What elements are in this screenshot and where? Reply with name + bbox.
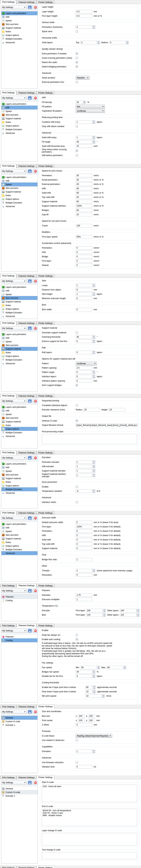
interface-layers-input[interactable] [76,375,92,378]
checkbox-only-infill-where-needed[interactable] [76,125,78,127]
spin-down-button[interactable] [92,751,95,753]
fill-angle-input[interactable] [76,140,92,144]
tab-filament-settings[interactable]: Filament Settings [17,451,36,454]
vibration-limit-input[interactable] [76,765,92,769]
tab-print-settings[interactable]: Print Settings [1,776,16,779]
tab-filament-settings[interactable]: Filament Settings [17,511,36,515]
dropdown-g-code-flavor[interactable]: RepRap (Marlin/Sprinter/Repetier) [76,734,112,738]
extruder-first-layer-input[interactable] [86,609,103,612]
spin-down-button[interactable] [92,352,95,354]
extruders-input[interactable] [76,750,92,753]
spin-down-button[interactable] [137,611,139,612]
spin-up-button[interactable] [92,670,95,672]
delete-preset-button[interactable] [33,589,38,593]
sidebar-item-advanced[interactable]: Advanced [2,314,37,318]
tab-print-settings[interactable]: Print Settings [1,0,16,4]
spin-down-button[interactable] [92,341,95,343]
tab-printer-settings[interactable]: Printer Settings [37,451,54,454]
spin-down-button[interactable] [92,337,95,339]
sidebar-item-infill[interactable]: Infill [2,466,37,469]
sidebar-item-custom-g-code[interactable]: Custom G-code [2,720,37,723]
spin-up-button[interactable] [93,690,96,691]
spin-down-button[interactable] [103,611,106,612]
sidebar-item-advanced[interactable]: Advanced [2,551,37,555]
delete-preset-button[interactable] [33,780,38,785]
sidebar-item-infill[interactable]: Infill [2,526,37,529]
sidebar-item-support-material[interactable]: Support material [2,300,37,304]
minimum-extrusion-length-input[interactable] [76,297,92,300]
tab-printer-settings[interactable]: Printer Settings [37,274,54,278]
spin-down-button[interactable] [92,372,95,374]
print-center-y-input[interactable] [88,719,95,722]
sidebar-item-output-options[interactable]: Output options [2,33,37,37]
spin-down-button[interactable] [92,491,95,493]
support-material-input[interactable] [76,200,92,203]
checkbox-verbose-g-code[interactable] [76,420,78,422]
spin-down-button[interactable] [126,43,129,44]
distance-from-object-input[interactable] [76,288,92,291]
sidebar-item-layers-and-perimeters[interactable]: Layers and perimeters [2,405,37,409]
extrusion-multiplier-input[interactable] [76,598,92,601]
checkbox-external-perimeters-first[interactable] [76,81,78,83]
gcode-textarea[interactable] [42,852,137,859]
spin-down-button[interactable] [93,687,96,689]
spin-up-button[interactable] [92,489,95,491]
raft-layers-input[interactable] [76,351,92,354]
solid-infill-input[interactable] [76,191,92,195]
tab-print-settings[interactable]: Print Settings [1,451,16,455]
spin-up-button[interactable] [92,750,95,751]
sidebar-item-speed[interactable]: Speed [2,110,37,113]
sidebar-item-infill[interactable]: Infill [2,336,37,340]
sidebar-item-layers-and-perimeters[interactable]: Layers and perimeters [2,175,37,179]
small-perimeters-input[interactable] [76,178,92,182]
spin-up-button[interactable] [103,609,106,610]
bed-size-y-input[interactable] [88,714,95,718]
spin-up-button[interactable] [92,136,95,137]
save-preset-button[interactable] [27,628,32,633]
tab-print-settings[interactable]: Print Settings [1,321,16,325]
delete-preset-button[interactable] [33,326,38,331]
save-preset-button[interactable] [27,516,32,520]
tab-print-settings[interactable]: Print Settings [1,705,16,708]
support-material-interface-input[interactable] [76,204,92,208]
spin-up-button[interactable] [137,613,139,615]
spin-up-button[interactable] [92,473,95,475]
solid-infill-every-input[interactable] [76,136,92,139]
perimeters-input[interactable] [76,246,92,250]
save-preset-button[interactable] [27,589,32,593]
preset-select[interactable]: My Settings [1,589,27,593]
bridge-flow-ratio-input[interactable] [76,558,92,561]
delete-preset-button[interactable] [33,516,38,520]
spin-down-button[interactable] [92,467,95,468]
sidebar-item-filament[interactable]: Filament [2,595,37,598]
spin-down-button[interactable] [92,462,95,464]
first-layer-speed-input[interactable] [76,235,92,239]
sidebar-item-advanced[interactable]: Advanced [2,41,37,44]
sidebar-item-speed[interactable]: Speed [2,340,37,343]
gcode-textarea[interactable]: M104 S0 ; turn off temperature G28 X0 ; … [42,809,137,826]
fan-speed-max-input[interactable] [107,666,123,669]
sidebar-item-support-material[interactable]: Support material [2,347,37,351]
z-offset-input[interactable] [76,723,92,726]
spin-down-button[interactable] [92,142,95,144]
gcode-textarea[interactable]: G28 ; home all axes [42,785,137,802]
sidebar-item-multiple-extruders[interactable]: Multiple Extruders [2,358,37,362]
skirt-height-input[interactable] [76,292,92,296]
spin-down-button[interactable] [92,471,95,472]
tab-filament-settings[interactable]: Filament Settings [17,705,36,708]
spin-down-button[interactable] [92,286,95,287]
tab-print-settings[interactable]: Print Settings [1,164,16,168]
tab-filament-settings[interactable]: Filament Settings [17,274,36,278]
preset-select[interactable]: My Settings [1,710,27,714]
sidebar-item-speed[interactable]: Speed [2,529,37,533]
solid-layers-top-input[interactable] [80,41,97,44]
sidebar-item-multiple-extruders[interactable]: Multiple Extruders [2,548,37,551]
extruder-clearance-mm-radius-input[interactable] [84,408,100,411]
dropdown-pattern[interactable]: rectilinear [76,362,97,365]
sidebar-item-multiple-extruders[interactable]: Multiple Extruders [2,488,37,491]
sidebar-item-notes[interactable]: Notes [2,120,37,124]
spin-up-button[interactable] [92,284,95,285]
sidebar-item-layers-and-perimeters[interactable]: Layers and perimeters [2,285,37,289]
sidebar-item-skirt-and-brim[interactable]: Skirt and brim [2,416,37,420]
enable-fan-if-layer-print-time-is-below-input[interactable] [85,686,92,689]
